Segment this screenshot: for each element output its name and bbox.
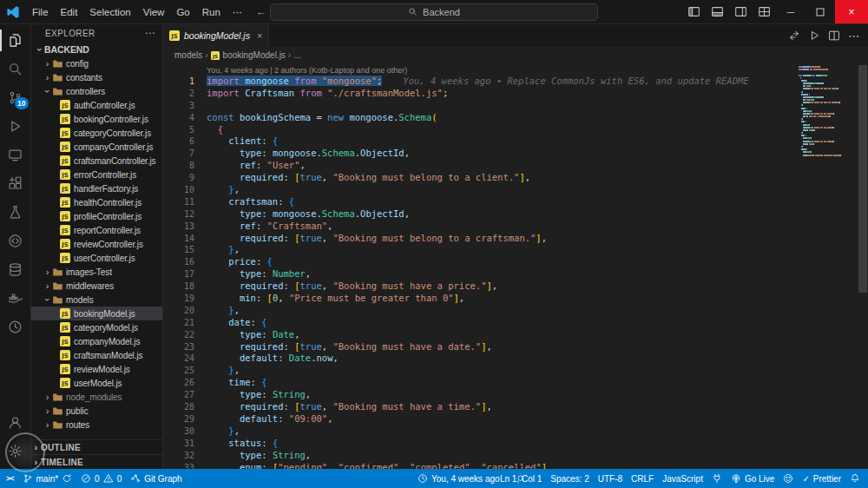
extensions-icon[interactable] (0, 169, 31, 198)
file-categorycontroller-js[interactable]: JScategoryController.js (31, 126, 162, 140)
remote-indicator[interactable]: >< (2, 469, 18, 488)
run-and-debug-icon[interactable] (0, 112, 31, 141)
source-control-icon[interactable]: 10 (0, 83, 31, 112)
tab-bookingmodel[interactable]: JS bookingModel.js × (163, 24, 269, 47)
search-icon[interactable] (0, 55, 31, 83)
code-line-27[interactable]: 27 type: String, (163, 389, 868, 401)
file-categorymodel-js[interactable]: JScategoryModel.js (31, 320, 162, 334)
code-line-26[interactable]: 26 time: { (163, 377, 868, 389)
file-usermodel-js[interactable]: JSuserModel.js (31, 376, 162, 390)
folder-images-test[interactable]: ›images-Test (31, 265, 162, 279)
git-graph-status[interactable]: Git Graph (126, 469, 186, 488)
code-line-8[interactable]: 8 ref: "User", (163, 160, 868, 172)
menu-view[interactable]: View (137, 3, 171, 21)
code-line-31[interactable]: 31 status: { (163, 438, 868, 450)
command-center-search[interactable]: Backend (270, 3, 598, 21)
code-line-1[interactable]: 1import mongoose from "mongoose";You, 4 … (163, 76, 868, 88)
indentation-status[interactable]: Spaces: 2 (546, 469, 593, 488)
file-healthcontroller-js[interactable]: JShealthController.js (31, 195, 162, 209)
file-reportcontroller-js[interactable]: JSreportController.js (31, 223, 162, 237)
language-status[interactable]: JavaScript (658, 469, 707, 488)
code-line-4[interactable]: 4const bookingSchema = new mongoose.Sche… (163, 112, 868, 124)
zoom-indicator-icon[interactable] (516, 474, 526, 484)
file-reviewmodel-js[interactable]: JSreviewModel.js (31, 362, 162, 376)
toggle-panel-icon[interactable] (706, 0, 729, 23)
code-line-33[interactable]: 33 enum: ["pending", "confirmed", "compl… (163, 462, 868, 470)
file-companycontroller-js[interactable]: JScompanyController.js (31, 140, 162, 154)
close-button[interactable]: × (835, 0, 868, 23)
code-line-17[interactable]: 17 type: Number, (163, 268, 868, 280)
account-icon[interactable] (0, 408, 31, 437)
file-craftsmancontroller-js[interactable]: JScraftsmanController.js (31, 154, 162, 168)
code-line-20[interactable]: 20 }, (163, 305, 868, 317)
code-line-6[interactable]: 6 client: { (163, 135, 868, 148)
code-line-30[interactable]: 30 }, (163, 425, 868, 438)
outline-section[interactable]: › OUTLINE (31, 439, 162, 454)
file-reviewcontroller-js[interactable]: JSreviewController.js (31, 237, 162, 251)
customize-layout-icon[interactable] (753, 0, 776, 23)
explorer-icon[interactable] (0, 26, 31, 55)
code-line-7[interactable]: 7 type: mongoose.Schema.ObjectId, (163, 148, 868, 160)
code-line-29[interactable]: 29 default: "09:00", (163, 413, 868, 425)
breadcrumb-item[interactable]: models (174, 50, 202, 60)
eol-status[interactable]: CRLF (627, 469, 658, 488)
close-tab-icon[interactable]: × (257, 30, 262, 41)
menu-go[interactable]: Go (170, 3, 195, 21)
toggle-sidebar-icon[interactable] (682, 0, 706, 23)
code-line-10[interactable]: 10 }, (163, 184, 868, 196)
scrollbar-thumb[interactable] (858, 65, 867, 293)
code-line-15[interactable]: 15 }, (163, 244, 868, 256)
testing-icon[interactable] (0, 198, 31, 227)
database-icon[interactable] (0, 255, 31, 284)
live-share-icon[interactable] (0, 227, 31, 255)
menu-edit[interactable]: Edit (55, 3, 84, 21)
folder-middlewares[interactable]: ›middlewares (31, 279, 162, 293)
folder-models[interactable]: ›models (31, 293, 162, 307)
folder-constants[interactable]: ›constants (31, 70, 162, 84)
code-line-19[interactable]: 19 min: [0, "Price must be greater than … (163, 293, 868, 305)
code-line-2[interactable]: 2import Craftsman from "./craftsmanModel… (163, 88, 868, 100)
codelens-authors[interactable]: You, 4 weeks ago | 2 authors (Kotb-Lapto… (163, 65, 868, 76)
menu-[interactable]: ⋯ (227, 3, 249, 21)
code-line-32[interactable]: 32 type: String, (163, 450, 868, 462)
folder-node_modules[interactable]: ›node_modules (31, 390, 162, 404)
code-line-18[interactable]: 18 required: [true, "Booking must have a… (163, 280, 868, 293)
code-line-12[interactable]: 12 type: mongoose.Schema.ObjectId, (163, 208, 868, 221)
menu-run[interactable]: Run (196, 3, 227, 21)
file-authcontroller-js[interactable]: JSauthController.js (31, 98, 162, 112)
menu-selection[interactable]: Selection (83, 3, 136, 21)
folder-backend-root[interactable]: › BACKEND (31, 42, 162, 56)
file-handlerfactory-js[interactable]: JShandlerFactory.js (31, 181, 162, 195)
file-usercontroller-js[interactable]: JSuserController.js (31, 251, 162, 265)
file-bookingmodel-js[interactable]: JSbookingModel.js (31, 307, 162, 320)
prettier-status[interactable]: ✓ Prettier (798, 469, 845, 488)
file-craftsmanmodel-js[interactable]: JScraftsmanModel.js (31, 348, 162, 362)
editor-scrollbar[interactable] (857, 63, 868, 469)
code-line-5[interactable]: 5 { (163, 124, 868, 136)
minimize-button[interactable]: ─ (776, 0, 806, 23)
file-companymodel-js[interactable]: JScompanyModel.js (31, 334, 162, 348)
code-line-14[interactable]: 14 required: [true, "Booking must belong… (163, 233, 868, 245)
code-editor[interactable]: You, 4 weeks ago | 2 authors (Kotb-Lapto… (163, 63, 868, 469)
notifications-status[interactable] (845, 469, 865, 488)
ports-status[interactable] (707, 469, 727, 488)
explorer-more-actions-icon[interactable]: ⋯ (145, 27, 155, 39)
settings-icon[interactable] (0, 437, 31, 465)
encoding-status[interactable]: UTF-8 (594, 469, 627, 488)
branch-status[interactable]: main* (18, 469, 77, 488)
maximize-button[interactable] (806, 0, 835, 23)
folder-routes[interactable]: ›routes (31, 418, 162, 432)
breadcrumb-item[interactable]: bookingModel.js (223, 50, 286, 60)
code-line-13[interactable]: 13 ref: "Craftsman", (163, 221, 868, 233)
minimap[interactable] (799, 66, 856, 157)
remote-explorer-icon[interactable] (0, 141, 31, 169)
feedback-status[interactable] (779, 469, 798, 488)
code-line-3[interactable]: 3 (163, 100, 868, 112)
code-line-11[interactable]: 11 craftsman: { (163, 196, 868, 208)
problems-status[interactable]: 0 0 (76, 469, 126, 488)
code-line-22[interactable]: 22 type: Date, (163, 329, 868, 341)
code-line-24[interactable]: 24 default: Date.now, (163, 353, 868, 365)
folder-public[interactable]: ›public (31, 404, 162, 418)
split-editor-icon[interactable] (825, 27, 843, 45)
run-icon[interactable] (805, 27, 823, 45)
